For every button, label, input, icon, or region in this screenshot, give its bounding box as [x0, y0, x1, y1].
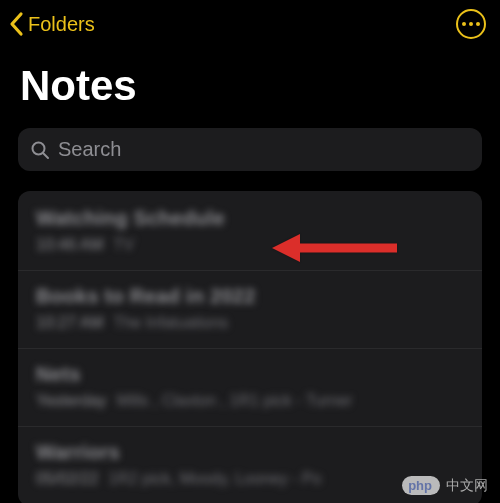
- note-time: 05/02/22: [36, 470, 98, 488]
- search-icon: [30, 140, 50, 160]
- note-title: Watching Schedule: [36, 207, 464, 230]
- note-item[interactable]: Nets Yesterday Mills , Claxton , 1R1 pic…: [18, 349, 482, 427]
- note-preview: Mills , Claxton , 1R1 pick - Turner: [117, 392, 353, 410]
- watermark-site-text: 中文网: [446, 477, 488, 495]
- nav-bar: Folders: [0, 0, 500, 48]
- note-time: Yesterday: [36, 392, 107, 410]
- note-meta: 10:27 AM The Infatuations: [36, 314, 464, 332]
- note-title: Books to Read in 2022: [36, 285, 464, 308]
- note-item[interactable]: Books to Read in 2022 10:27 AM The Infat…: [18, 271, 482, 349]
- note-preview: TV: [114, 236, 134, 254]
- note-meta: 10:46 AM TV: [36, 236, 464, 254]
- ellipsis-icon: [462, 22, 480, 26]
- note-preview: The Infatuations: [114, 314, 229, 332]
- search-placeholder: Search: [58, 138, 121, 161]
- watermark-badge: php: [402, 476, 440, 495]
- more-button[interactable]: [456, 9, 486, 39]
- note-meta: 05/02/22 1R2 pick, Moody, Looney - Po: [36, 470, 464, 488]
- note-time: 10:46 AM: [36, 236, 104, 254]
- note-item[interactable]: Watching Schedule 10:46 AM TV: [18, 193, 482, 271]
- watermark-badge-text: php: [408, 478, 432, 493]
- note-title: Nets: [36, 363, 464, 386]
- note-preview: 1R2 pick, Moody, Looney - Po: [108, 470, 321, 488]
- back-button[interactable]: Folders: [8, 11, 95, 37]
- page-title: Notes: [0, 48, 500, 128]
- chevron-left-icon: [8, 11, 26, 37]
- note-meta: Yesterday Mills , Claxton , 1R1 pick - T…: [36, 392, 464, 410]
- search-input[interactable]: Search: [18, 128, 482, 171]
- note-time: 10:27 AM: [36, 314, 104, 332]
- watermark: php 中文网: [402, 476, 488, 495]
- notes-list: Watching Schedule 10:46 AM TV Books to R…: [18, 191, 482, 503]
- note-title: Warriors: [36, 441, 464, 464]
- svg-line-1: [43, 153, 48, 158]
- back-label: Folders: [28, 13, 95, 36]
